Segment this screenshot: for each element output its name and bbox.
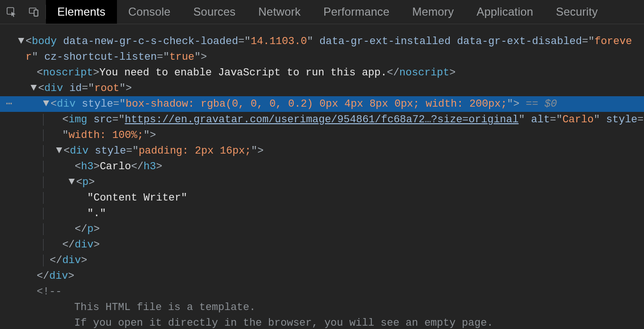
tab-memory[interactable]: Memory [401,0,465,24]
node-card-selected[interactable]: ⋯ ▼<div style="box-shadow: rgba(0, 0, 0,… [0,96,644,112]
devtools-tabbar: Elements Console Sources Network Perform… [0,0,644,24]
tab-application[interactable]: Application [465,0,545,24]
tab-elements[interactable]: Elements [46,0,117,24]
tab-sources[interactable]: Sources [182,0,247,24]
tab-performance[interactable]: Performance [312,0,401,24]
node-p-close[interactable]: </p> [0,221,644,237]
node-p-text2[interactable]: "." [0,206,644,221]
ellipsis-icon[interactable]: ⋯ [0,96,18,112]
device-toggle-icon[interactable] [23,0,45,24]
node-close-card[interactable]: </div> [0,253,644,268]
node-h3[interactable]: <h3>Carlo</h3> [0,159,644,174]
node-pad[interactable]: ▼<div style="padding: 2px 16px;"> [0,143,644,159]
node-p[interactable]: ▼<p> [0,174,644,190]
node-img-cont[interactable]: "width: 100%;"> [0,128,644,143]
dom-tree[interactable]: ▼<body data-new-gr-c-s-check-loaded="14.… [0,24,644,329]
node-noscript[interactable]: <noscript>You need to enable JavaScript … [0,65,644,81]
node-root[interactable]: ▼<div id="root"> [0,81,644,96]
node-close-pad[interactable]: </div> [0,237,644,253]
node-p-text1[interactable]: "Content Writer" [0,190,644,206]
node-body-cont[interactable]: r" cz-shortcut-listen="true"> [0,49,644,65]
node-comment-1[interactable]: This HTML file is a template. [0,300,644,315]
inspect-icon[interactable] [0,0,23,24]
svg-rect-2 [34,10,38,16]
node-body[interactable]: ▼<body data-new-gr-c-s-check-loaded="14.… [0,34,644,49]
node-close-root[interactable]: </div> [0,268,644,284]
node-img[interactable]: <img src="https://en.gravatar.com/userim… [0,112,644,128]
tab-console[interactable]: Console [117,0,182,24]
tab-network[interactable]: Network [247,0,312,24]
tab-security[interactable]: Security [545,0,609,24]
node-comment-2[interactable]: If you open it directly in the browser, … [0,315,644,329]
node-comment-open[interactable]: <!-- [0,284,644,300]
